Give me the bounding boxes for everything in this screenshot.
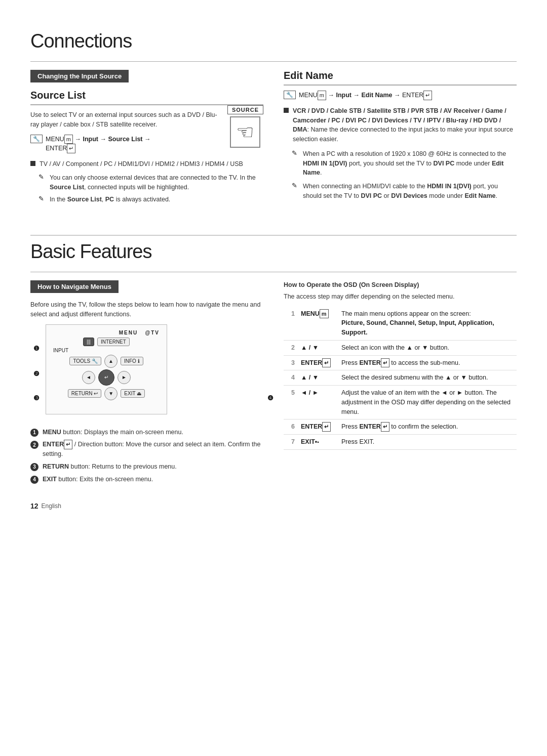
osd-enter-6b: ↵: [381, 422, 389, 432]
note-1: ✎ You can only choose external devices t…: [38, 173, 263, 192]
remote-btn-info: INFO ℹ: [121, 357, 143, 365]
remote-btn-return: RETURN ↩: [68, 389, 101, 398]
source-list-subtitle: Source List: [30, 90, 263, 105]
navigate-description: Before using the TV, follow the steps be…: [30, 300, 263, 319]
osd-description: The access step may differ depending on …: [284, 292, 517, 302]
connections-right: Edit Name 🔧 MENUm → Input → Edit Name → …: [284, 70, 517, 209]
edit-name-menu-path: 🔧 MENUm → Input → Edit Name → ENTER↵: [284, 91, 517, 100]
nav-text-4: EXIT button: Exits the on-screen menu.: [43, 475, 153, 484]
source-list-bullet: TV / AV / Component / PC / HDMI1/DVI / H…: [30, 159, 263, 169]
remote-row-3: ◄ ↵ ►: [53, 369, 160, 386]
osd-desc-4: Select the desired submenu with the ▲ or…: [338, 370, 517, 386]
osd-num-3: 3: [284, 355, 298, 370]
nav-text-3: RETURN button: Returns to the previous m…: [43, 462, 177, 472]
osd-key-6: ENTER↵: [298, 419, 338, 435]
label-c: ❸: [33, 394, 40, 402]
sourcelist-bold: Source List: [108, 136, 142, 143]
osd-menu-sym: m: [320, 309, 329, 319]
remote-diagram-container: MENU @TV ||| INTERNET INPUT TOOLS 🔧 ▲ IN…: [46, 324, 263, 421]
osd-key-7: EXIT•▪: [298, 435, 338, 450]
page-number-row: 12 English: [30, 502, 517, 510]
label-d: ❹: [267, 394, 274, 402]
remote-btn-enter: ↵: [98, 369, 114, 386]
menu-icon-symbol: 🔧: [30, 135, 43, 143]
osd-enter-3: ↵: [322, 358, 331, 368]
remote-btn-down: ▼: [104, 387, 118, 400]
osd-num-4: 4: [284, 370, 298, 386]
label-b: ❷: [33, 370, 40, 377]
connections-divider: [30, 61, 517, 62]
menu-sym: m: [64, 135, 73, 144]
osd-num-1: 1: [284, 307, 298, 341]
note-icon-1: ✎: [38, 173, 47, 192]
nav-bullet-2: 2 ENTER↵ / Direction button: Move the cu…: [30, 440, 263, 459]
osd-row-3: 3 ENTER↵ Press ENTER↵ to access the sub-…: [284, 355, 517, 370]
osd-desc-2: Select an icon with the ▲ or ▼ button.: [338, 340, 517, 355]
basic-features-right: How to Operate the OSD (On Screen Displa…: [284, 280, 517, 487]
nav-num-2: 2: [30, 441, 38, 449]
edit-note-1: ✎ When a PC with a resolution of 1920 x …: [292, 149, 517, 178]
osd-row-7: 7 EXIT•▪ Press EXIT.: [284, 435, 517, 450]
remote-row-4: RETURN ↩ ▼ EXIT ⏏: [53, 387, 160, 400]
nav-num-1: 1: [30, 429, 38, 437]
changing-input-header: Changing the Input Source: [30, 70, 129, 82]
basic-features-two-col: How to Navigate Menus Before using the T…: [30, 280, 517, 487]
osd-num-6: 6: [284, 419, 298, 435]
note-icon-2: ✎: [38, 195, 47, 204]
page-lang: English: [42, 502, 61, 510]
osd-enter-3b: ↵: [381, 358, 389, 368]
edit-menu-sym: m: [318, 91, 326, 100]
osd-header: How to Operate the OSD (On Screen Displa…: [284, 280, 517, 290]
osd-row-2: 2 ▲ / ▼ Select an icon with the ▲ or ▼ b…: [284, 340, 517, 355]
source-label: SOURCE: [227, 105, 263, 114]
basic-features-section: Basic Features How to Navigate Menus Bef…: [30, 235, 517, 487]
edit-bullet-sq: [284, 108, 289, 113]
source-image: SOURCE ☜: [227, 105, 263, 148]
remote-diagram: MENU @TV ||| INTERNET INPUT TOOLS 🔧 ▲ IN…: [46, 324, 167, 414]
remote-btn-left: ◄: [82, 371, 95, 384]
remote-btn-up: ▲: [104, 355, 118, 368]
label-a: ❶: [33, 345, 40, 352]
remote-spacer: [53, 402, 160, 409]
osd-enter-6: ↵: [322, 422, 331, 432]
basic-features-left: How to Navigate Menus Before using the T…: [30, 280, 263, 487]
note-text-1: You can only choose external devices tha…: [50, 173, 263, 192]
source-list-menu-path: 🔧 MENUm → Input → Source List → ENTER↵: [30, 135, 222, 154]
osd-row-1: 1 MENUm The main menu options appear on …: [284, 307, 517, 341]
nav-text-1: MENU button: Displays the main on-screen…: [43, 428, 183, 437]
remote-row-2: TOOLS 🔧 ▲ INFO ℹ: [53, 355, 160, 368]
input-bold: Input: [83, 136, 98, 143]
edit-name-bullet: VCR / DVD / Cable STB / Satellite STB / …: [284, 106, 517, 144]
edit-note-text-2: When connecting an HDMI/DVI cable to the…: [303, 182, 517, 201]
source-hand-icon: ☜: [230, 116, 260, 148]
nav-num-3: 3: [30, 463, 38, 471]
nav-num-4: 4: [30, 476, 38, 484]
source-list-path-text: MENUm → Input → Source List → ENTER↵: [46, 135, 151, 154]
remote-btn-exit: EXIT ⏏: [121, 389, 145, 398]
source-list-bullet-title: TV / AV / Component / PC / HDMI1/DVI / H…: [40, 159, 243, 169]
nav-bullet-3: 3 RETURN button: Returns to the previous…: [30, 462, 263, 472]
nav-bullet-1: 1 MENU button: Displays the main on-scre…: [30, 428, 263, 437]
nav-text-2: ENTER↵ / Direction button: Move the curs…: [43, 440, 263, 459]
page: Connections Changing the Input Source So…: [0, 0, 547, 530]
remote-menu-label: MENU @TV: [53, 330, 160, 335]
enter-2: ↵: [64, 440, 72, 449]
enter-icon: ↵: [67, 144, 75, 153]
edit-name-bullet-text: VCR / DVD / Cable STB / Satellite STB / …: [293, 106, 517, 144]
remote-btn-menu: |||: [83, 338, 94, 346]
osd-num-5: 5: [284, 386, 298, 419]
edit-menu-icon: 🔧: [284, 91, 296, 99]
osd-desc-3: Press ENTER↵ to access the sub-menu.: [338, 355, 517, 370]
bullet-square-icon: [30, 161, 35, 166]
source-list-bullet-section: TV / AV / Component / PC / HDMI1/DVI / H…: [30, 159, 263, 204]
osd-desc-1: The main menu options appear on the scre…: [338, 307, 517, 341]
exit-sym: ▪: [317, 439, 319, 445]
osd-table: 1 MENUm The main menu options appear on …: [284, 307, 517, 450]
edit-enter-icon: ↵: [423, 91, 432, 100]
osd-num-7: 7: [284, 435, 298, 450]
remote-btn-tools: TOOLS 🔧: [69, 357, 101, 365]
note-2: ✎ In the Source List, PC is always activ…: [38, 195, 263, 204]
edit-note-icon-2: ✎: [292, 182, 300, 201]
remote-btn-internet: INTERNET: [97, 338, 130, 346]
osd-key-5: ◄ / ►: [298, 386, 338, 419]
